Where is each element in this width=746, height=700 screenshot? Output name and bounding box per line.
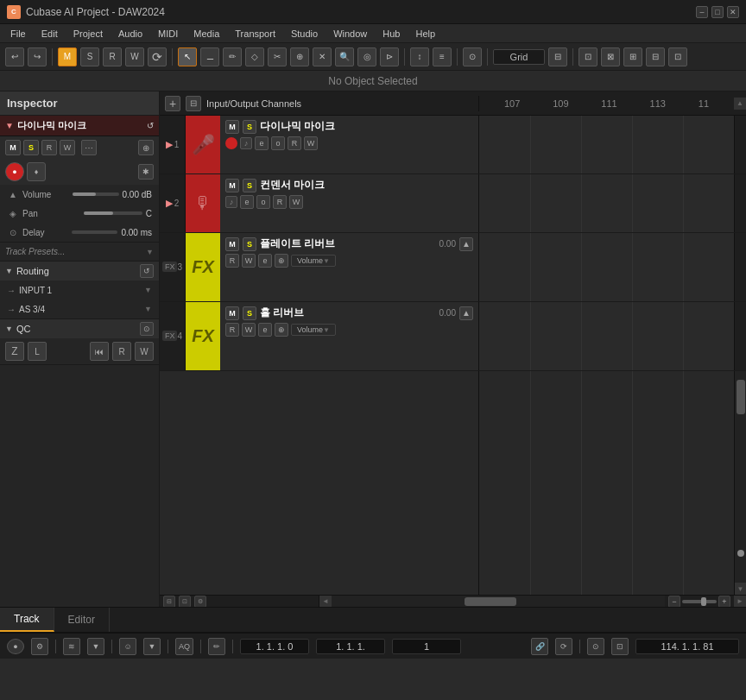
menu-edit[interactable]: Edit <box>35 27 65 41</box>
track-1-s-btn[interactable]: S <box>243 120 256 134</box>
r-button[interactable]: R <box>103 47 122 66</box>
pan-slider[interactable] <box>84 211 142 215</box>
volume-slider[interactable] <box>73 192 119 196</box>
track-3-link-btn[interactable]: ⊕ <box>275 254 288 268</box>
m-button[interactable]: M <box>58 47 77 66</box>
vscroll-down[interactable]: ▼ <box>735 583 746 595</box>
menu-hub[interactable]: Hub <box>376 27 407 41</box>
view-btn-3[interactable]: ⊞ <box>623 47 642 66</box>
track-4-vol-dropdown[interactable]: Volume ▼ <box>291 324 336 336</box>
track-3-s-btn[interactable]: S <box>243 237 256 251</box>
view-btn-5[interactable]: ⊡ <box>668 47 687 66</box>
solo-btn[interactable]: ◎ <box>357 47 376 66</box>
status-wave-btn[interactable]: ≋ <box>63 638 80 655</box>
insp-settings-btn[interactable]: ✱ <box>138 164 154 180</box>
routing-output-dropdown[interactable]: ▼ <box>144 305 152 313</box>
loop-button[interactable]: ⟳ <box>148 47 167 66</box>
status-aq-btn[interactable]: AQ <box>175 638 193 655</box>
monitor-btn[interactable]: ⊳ <box>380 47 399 66</box>
s-button[interactable]: S <box>80 47 99 66</box>
folder-btn[interactable]: ⊟ <box>186 96 201 111</box>
track-4-r-btn[interactable]: R <box>225 323 239 337</box>
undo-button[interactable]: ↩ <box>5 47 24 66</box>
menu-media[interactable]: Media <box>186 27 226 41</box>
menu-midi[interactable]: MIDI <box>151 27 185 41</box>
minimize-button[interactable]: – <box>696 6 708 18</box>
track-1-e-btn[interactable]: e <box>255 136 269 150</box>
menu-file[interactable]: File <box>3 27 33 41</box>
view-btn-4[interactable]: ⊟ <box>646 47 665 66</box>
status-mode-btn[interactable]: ● <box>7 639 24 654</box>
tab-editor[interactable]: Editor <box>54 608 110 632</box>
grid-display[interactable]: Grid <box>493 49 545 65</box>
status-extra-2[interactable]: ⊡ <box>611 638 629 655</box>
redo-button[interactable]: ↪ <box>28 47 47 66</box>
hscroll-icon-1[interactable]: ⊟ <box>163 596 175 608</box>
zoom-minus[interactable]: − <box>668 596 680 608</box>
close-button[interactable]: ✕ <box>727 6 739 18</box>
track-3-vol-up[interactable]: ▲ <box>459 237 473 251</box>
menu-window[interactable]: Window <box>326 27 374 41</box>
menu-transport[interactable]: Transport <box>228 27 282 41</box>
hscroll-right-btn[interactable]: ► <box>734 596 746 608</box>
view-btn-1[interactable]: ⊡ <box>578 47 597 66</box>
insp-monitor-btn[interactable]: ♦ <box>27 162 46 181</box>
track-2-r-btn[interactable]: R <box>273 195 287 209</box>
status-face-btn[interactable]: ☺ <box>119 638 136 655</box>
routing-input-dropdown[interactable]: ▼ <box>144 286 152 294</box>
qc-options-btn[interactable]: ⊙ <box>140 322 154 336</box>
insp-r-btn[interactable]: R <box>41 140 57 155</box>
tab-track[interactable]: Track <box>0 608 54 632</box>
track-1-r-btn[interactable]: R <box>288 136 301 150</box>
qc-btn-4[interactable]: R <box>112 342 131 361</box>
qc-header[interactable]: ▼ QC ⊙ <box>0 319 159 338</box>
hscroll-left-btn[interactable]: ◄ <box>319 596 332 608</box>
grid-options[interactable]: ⊟ <box>548 47 567 66</box>
track-2-monitor-btn[interactable]: ♪ <box>225 196 237 208</box>
track-4-m-btn[interactable]: M <box>225 306 239 320</box>
track-3-e-btn[interactable]: e <box>258 254 272 268</box>
v-scroll-up[interactable]: ▲ <box>734 98 746 110</box>
track-1-m-btn[interactable]: M <box>225 120 239 134</box>
status-extra-1[interactable]: ⊙ <box>587 638 604 655</box>
menu-help[interactable]: Help <box>408 27 442 41</box>
delay-slider[interactable] <box>72 230 117 234</box>
zoom-thumb[interactable] <box>701 597 706 606</box>
zoom-tool[interactable]: 🔍 <box>335 47 354 66</box>
track-3-m-btn[interactable]: M <box>225 237 239 251</box>
hscroll-icon-2[interactable]: ⊡ <box>179 596 191 608</box>
track-1-w-btn[interactable]: W <box>304 136 318 150</box>
track-1-rec-btn[interactable] <box>225 137 237 149</box>
insp-presets-row[interactable]: Track Presets... ▼ <box>0 242 159 261</box>
status-sync-btn[interactable]: ⟳ <box>555 638 572 655</box>
snap-btn[interactable]: ↕ <box>410 47 429 66</box>
insp-s-btn[interactable]: S <box>23 140 39 155</box>
hscroll-thumb[interactable] <box>465 597 516 606</box>
split-tool[interactable]: ✂ <box>268 47 287 66</box>
status-pencil-btn[interactable]: ✏ <box>208 638 225 655</box>
track-2-s-btn[interactable]: S <box>243 179 256 192</box>
status-config-btn[interactable]: ⚙ <box>31 638 48 655</box>
status-link-btn[interactable]: 🔗 <box>531 638 548 655</box>
zoom-slider[interactable] <box>682 600 717 603</box>
track-4-s-btn[interactable]: S <box>243 306 256 320</box>
insp-rec-btn[interactable]: ● <box>5 162 24 181</box>
select-tool[interactable]: ↖ <box>178 47 197 66</box>
insp-link-btn[interactable]: ⋯ <box>81 140 97 155</box>
routing-options-btn[interactable]: ↺ <box>140 264 154 278</box>
track-2-o-btn[interactable]: o <box>256 195 270 209</box>
vscroll-thumb[interactable] <box>737 380 745 414</box>
track-2-m-btn[interactable]: M <box>225 179 239 192</box>
maximize-button[interactable]: □ <box>711 6 724 18</box>
mute-tool[interactable]: ✕ <box>313 47 332 66</box>
inspector-refresh-btn[interactable]: ↺ <box>147 121 154 130</box>
track-1-monitor-btn[interactable]: ♪ <box>240 137 252 149</box>
range-tool[interactable]: ⚊ <box>200 47 219 66</box>
track-3-w-btn[interactable]: W <box>242 254 256 268</box>
track-4-e-btn[interactable]: e <box>258 323 272 337</box>
track-4-w-btn[interactable]: W <box>242 323 256 337</box>
midi-btn[interactable]: ⊙ <box>463 47 482 66</box>
menu-project[interactable]: Project <box>66 27 110 41</box>
insp-w-btn[interactable]: W <box>60 140 75 155</box>
track-3-r-btn[interactable]: R <box>225 254 239 268</box>
